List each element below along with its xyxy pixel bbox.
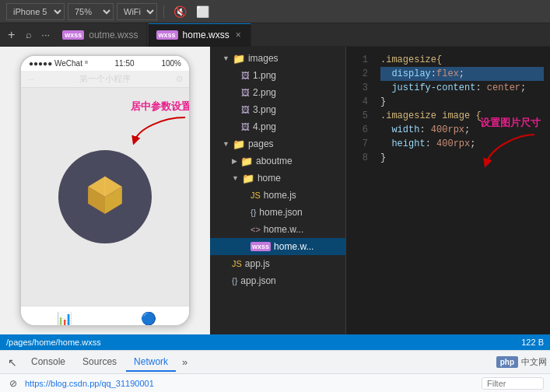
wechat-bar: ··· 第一个小程序 ⊙: [21, 71, 189, 88]
network-select[interactable]: WiFi 4G 3G: [117, 3, 157, 20]
chevron-down-icon: ▼: [222, 54, 229, 62]
nav-item-about[interactable]: 📊 关于我: [54, 311, 75, 327]
image-icon: 🖼: [241, 88, 250, 97]
zoom-select[interactable]: 75% 100% 50%: [68, 3, 114, 20]
search-tab-button[interactable]: ⌕: [21, 29, 37, 40]
chevron-down-icon: ▼: [232, 174, 239, 182]
chinese-net-label: 中文网: [521, 356, 547, 368]
tab-network[interactable]: Network: [126, 353, 176, 372]
phone-status-bar: ●●●●● WeChat ᐦ 11:50 100%: [21, 56, 189, 71]
tab-label: outme.wxss: [89, 30, 138, 40]
folder-icon: 📁: [233, 138, 245, 150]
annotation-arrow: [131, 114, 191, 145]
tab-sources[interactable]: Sources: [75, 353, 124, 372]
tree-item-2png[interactable]: 🖼 2.png: [210, 84, 345, 101]
phone-bottom-nav: 📊 关于我 🔵 主页: [21, 306, 189, 327]
folder-icon: 📁: [240, 156, 253, 167]
code-line-3: justify-content: center;: [380, 81, 544, 95]
phone-time: 11:50: [115, 59, 135, 68]
phone-preview-panel: ●●●●● WeChat ᐦ 11:50 100% ··· 第一个小程序 ⊙: [0, 47, 210, 334]
tree-item-homejson[interactable]: {} home.json: [210, 204, 345, 221]
wxml-icon: <>: [250, 225, 261, 234]
image-icon: 🖼: [241, 71, 250, 80]
devtools-bar: ↖ Console Sources Network » php 中文网: [0, 350, 550, 373]
tab-outme-wxss[interactable]: wxss outme.wxss: [54, 23, 146, 47]
url-bar: ⊘ https://blog.csdn.pp/qq_31190001: [0, 373, 550, 392]
devtools-cursor-icon[interactable]: ↖: [3, 355, 22, 370]
status-size: 122 B: [521, 338, 544, 347]
js-icon: JS: [250, 191, 261, 200]
image-icon: 🖼: [241, 122, 250, 131]
top-toolbar: iPhone 5 iPhone 6 iPhone X 75% 100% 50% …: [0, 0, 550, 23]
tree-item-homewxml[interactable]: <> home.w...: [210, 221, 345, 238]
code-line-8: }: [380, 151, 544, 165]
json-icon: {}: [250, 208, 256, 217]
phone-frame: ●●●●● WeChat ᐦ 11:50 100% ··· 第一个小程序 ⊙: [19, 54, 191, 327]
code-line-6: width: 400rpx;: [380, 123, 544, 137]
url-text: https://blog.csdn.pp/qq_31190001: [25, 379, 477, 388]
devtools-bottom: ↖ Console Sources Network » php 中文网 ⊘ ht…: [0, 350, 550, 392]
tree-item-appjson[interactable]: {} app.json: [210, 272, 345, 289]
tree-label: images: [248, 53, 279, 64]
filter-input[interactable]: [482, 377, 544, 390]
tab-console[interactable]: Console: [23, 353, 73, 372]
tree-item-home-folder[interactable]: ▼ 📁 home: [210, 170, 345, 187]
circle-icon: 🔵: [141, 311, 156, 326]
wechat-signal: ●●●●● WeChat ᐦ: [29, 59, 88, 68]
box-icon: [78, 170, 132, 224]
nav-item-home[interactable]: 🔵 主页: [141, 311, 156, 327]
status-left: /pages/home/home.wxss: [6, 338, 101, 347]
folder-icon: 📁: [233, 53, 245, 65]
tree-label: 2.png: [253, 87, 276, 98]
annotation-overlay: 居中参数设置: [131, 100, 191, 145]
page-title: 第一个小程序: [79, 73, 131, 85]
tab-close-button[interactable]: ×: [234, 30, 243, 40]
js-icon: JS: [232, 259, 242, 268]
tree-label: home: [257, 173, 281, 184]
wxss-icon: wxss: [250, 242, 271, 251]
tree-item-pages[interactable]: ▼ 📁 pages: [210, 135, 345, 152]
code-editor: 1 2 3 4 5 6 7 8 .imagesize{ display:flex…: [346, 47, 550, 334]
tree-item-3png[interactable]: 🖼 3.png: [210, 101, 345, 118]
add-tab-button[interactable]: +: [3, 23, 19, 47]
more-tab-button[interactable]: ···: [38, 29, 53, 40]
tree-label: home.w...: [274, 241, 314, 252]
status-bar: /pages/home/home.wxss 122 B: [0, 334, 550, 350]
tree-label: pages: [248, 138, 274, 149]
code-line-5: .imagesize image {: [380, 109, 544, 123]
toolbar-separator: [163, 5, 164, 18]
tree-label: 3.png: [253, 104, 276, 115]
tree-label: 1.png: [253, 70, 276, 81]
file-tree-panel: ▼ 📁 images 🖼 1.png 🖼 2.png 🖼 3.png 🖼 4.p…: [210, 47, 346, 334]
tree-item-images[interactable]: ▼ 📁 images: [210, 50, 345, 67]
main-content: ●●●●● WeChat ᐦ 11:50 100% ··· 第一个小程序 ⊙: [0, 47, 550, 334]
chevron-right-icon: ▶: [232, 157, 237, 165]
tree-item-aboutme[interactable]: ▶ 📁 aboutme: [210, 152, 345, 170]
mute-button[interactable]: 🔇: [170, 5, 190, 19]
tree-item-homewxss[interactable]: wxss home.w...: [210, 238, 345, 255]
code-line-2: display:flex;: [380, 67, 544, 81]
tree-item-1png[interactable]: 🖼 1.png: [210, 67, 345, 84]
tree-label: aboutme: [256, 156, 293, 166]
devtools-more-button[interactable]: »: [177, 355, 192, 369]
code-lines[interactable]: .imagesize{ display:flex; justify-conten…: [374, 47, 550, 334]
wxss-icon: wxss: [62, 30, 84, 40]
json-icon: {}: [232, 276, 237, 285]
code-line-7: height: 400rpx;: [380, 137, 544, 151]
chevron-down-icon: ▼: [222, 140, 229, 148]
device-select[interactable]: iPhone 5 iPhone 6 iPhone X: [6, 3, 65, 20]
tree-label: home.js: [264, 190, 296, 201]
image-icon: 🖼: [241, 105, 250, 114]
tree-item-appjs[interactable]: JS app.js: [210, 255, 345, 272]
tree-label: app.json: [240, 275, 275, 286]
devtools-stop-icon[interactable]: ⊘: [6, 378, 20, 389]
tab-home-wxss[interactable]: wxss home.wxss ×: [149, 23, 251, 47]
tree-item-homejs[interactable]: JS home.js: [210, 187, 345, 204]
code-line-4: }: [380, 95, 544, 109]
tree-label: app.js: [245, 258, 270, 269]
devtools-right: php 中文网: [496, 356, 547, 368]
screen-button[interactable]: ⬜: [193, 5, 212, 19]
tree-item-4png[interactable]: 🖼 4.png: [210, 118, 345, 135]
php-badge: php: [496, 356, 518, 368]
folder-icon: 📁: [242, 173, 254, 184]
